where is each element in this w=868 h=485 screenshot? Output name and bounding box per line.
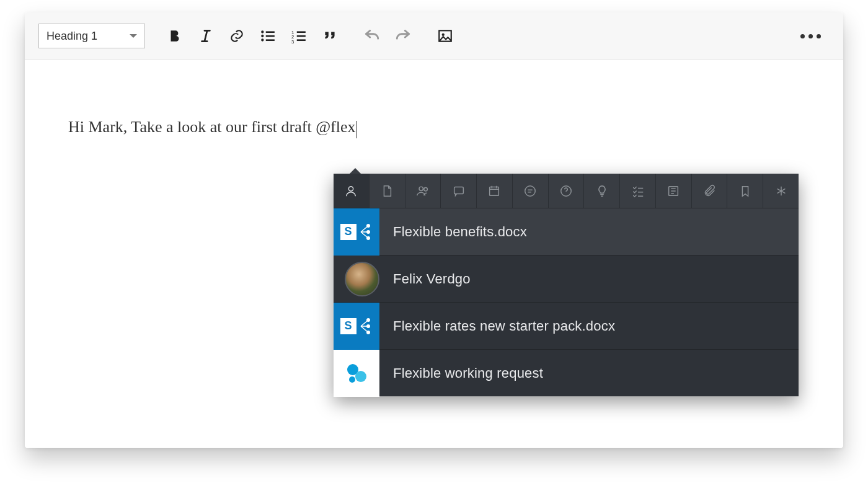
- tab-attachment[interactable]: [692, 174, 728, 208]
- svg-point-1: [261, 35, 264, 37]
- svg-rect-11: [297, 39, 306, 41]
- calendar-icon: [487, 184, 501, 198]
- mention-result-item[interactable]: Flexible working request: [334, 349, 799, 396]
- undo-icon: [364, 28, 380, 44]
- redo-button[interactable]: [391, 24, 415, 48]
- heading-style-label: Heading 1: [46, 30, 97, 43]
- formatting-toolbar: Heading 1 1 2 3: [25, 12, 843, 60]
- svg-point-16: [424, 187, 428, 191]
- svg-point-14: [349, 186, 353, 190]
- mention-autocomplete-popup: S Flexible benefits.docx Felix Verdgo: [334, 174, 799, 396]
- lightbulb-icon: [595, 184, 609, 198]
- link-icon: [229, 28, 245, 44]
- numbered-list-button[interactable]: 1 2 3: [286, 24, 311, 48]
- tab-people-group[interactable]: [405, 174, 441, 208]
- text-circle-icon: [523, 184, 537, 198]
- mention-result-label: Felix Verdgo: [393, 271, 471, 287]
- svg-rect-3: [266, 31, 275, 33]
- dot-icon: [808, 34, 813, 38]
- mention-result-item[interactable]: S Flexible rates new starter pack.docx: [334, 302, 799, 349]
- task-list-icon: [631, 184, 645, 198]
- sharepoint-icon: S: [334, 208, 379, 256]
- svg-rect-17: [454, 187, 463, 194]
- numbered-list-icon: 1 2 3: [291, 28, 307, 44]
- svg-point-2: [261, 38, 264, 41]
- image-icon: [437, 28, 453, 44]
- chat-icon: [452, 184, 466, 198]
- bold-icon: [167, 28, 183, 44]
- mention-filter-tabs: [334, 174, 799, 208]
- svg-rect-10: [297, 35, 306, 37]
- quote-button[interactable]: [317, 24, 342, 48]
- svg-point-15: [419, 187, 423, 190]
- editor-content: Hi Mark, Take a look at our first draft …: [68, 118, 356, 136]
- redo-icon: [395, 28, 411, 44]
- mention-result-label: Flexible rates new starter pack.docx: [393, 318, 615, 334]
- undo-button[interactable]: [360, 24, 384, 48]
- svg-point-29: [355, 371, 366, 382]
- svg-point-19: [525, 185, 536, 196]
- tab-task-list[interactable]: [620, 174, 656, 208]
- tab-text-circle[interactable]: [513, 174, 549, 208]
- svg-rect-9: [297, 31, 306, 33]
- attachment-icon: [702, 184, 716, 198]
- link-button[interactable]: [224, 24, 249, 48]
- heading-style-dropdown[interactable]: Heading 1: [38, 24, 145, 48]
- svg-point-13: [442, 33, 445, 36]
- bullet-list-icon: [260, 28, 276, 44]
- svg-rect-5: [266, 39, 275, 41]
- chevron-down-icon: [130, 34, 137, 38]
- svg-point-30: [349, 376, 355, 383]
- tab-asterisk[interactable]: [763, 174, 799, 208]
- article-icon: [666, 184, 680, 198]
- document-icon: [380, 184, 394, 198]
- more-options-button[interactable]: [800, 34, 830, 38]
- mention-results-list: S Flexible benefits.docx Felix Verdgo: [334, 208, 799, 396]
- bullet-list-button[interactable]: [255, 24, 280, 48]
- tab-calendar[interactable]: [477, 174, 513, 208]
- tab-lightbulb[interactable]: [584, 174, 620, 208]
- dot-icon: [800, 34, 805, 38]
- mention-result-label: Flexible benefits.docx: [393, 224, 527, 240]
- generic-doc-icon: [334, 350, 379, 397]
- image-button[interactable]: [433, 24, 458, 48]
- mention-result-item[interactable]: Felix Verdgo: [334, 255, 799, 302]
- italic-button[interactable]: [193, 24, 218, 48]
- svg-point-0: [261, 30, 264, 33]
- quote-icon: [322, 28, 338, 44]
- help-icon: [559, 184, 573, 198]
- svg-rect-18: [490, 187, 499, 195]
- tab-help[interactable]: [549, 174, 585, 208]
- mention-result-item[interactable]: S Flexible benefits.docx: [334, 208, 799, 255]
- tab-person[interactable]: [334, 174, 370, 208]
- bookmark-icon: [738, 184, 752, 198]
- person-icon: [344, 184, 358, 198]
- text-cursor: [356, 121, 357, 138]
- avatar-icon: [345, 262, 379, 296]
- dot-icon: [817, 34, 821, 38]
- tab-article[interactable]: [656, 174, 692, 208]
- tab-bookmark[interactable]: [727, 174, 763, 208]
- mention-result-label: Flexible working request: [393, 365, 543, 381]
- svg-rect-4: [266, 35, 275, 37]
- tab-document[interactable]: [370, 174, 405, 208]
- editor-window: Heading 1 1 2 3: [25, 12, 843, 448]
- svg-text:3: 3: [291, 39, 294, 44]
- tab-chat[interactable]: [441, 174, 477, 208]
- sharepoint-icon: S: [334, 303, 379, 350]
- asterisk-icon: [774, 184, 788, 198]
- people-group-icon: [416, 184, 430, 198]
- italic-icon: [198, 28, 214, 44]
- bold-button[interactable]: [162, 24, 187, 48]
